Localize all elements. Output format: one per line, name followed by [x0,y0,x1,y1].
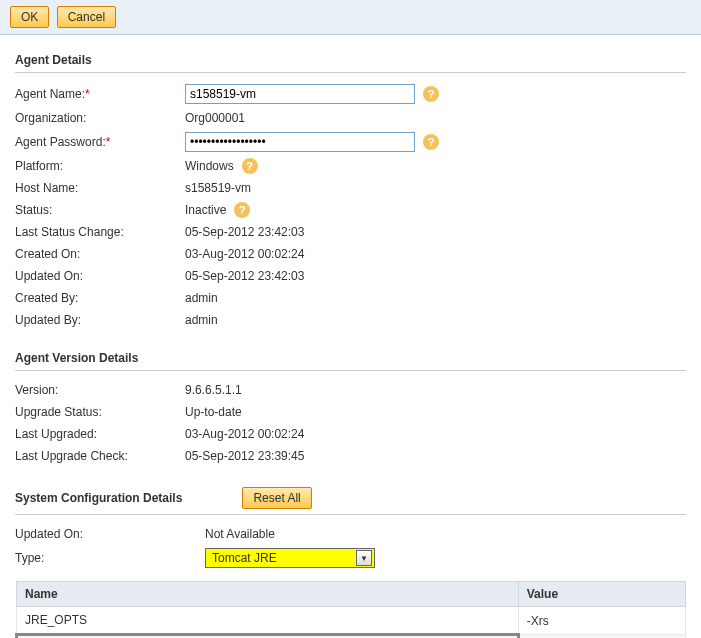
cancel-button[interactable]: Cancel [57,6,116,28]
value-updated-on: 05-Sep-2012 23:42:03 [185,269,304,283]
label-last-status-change: Last Status Change: [15,225,185,239]
label-status: Status: [15,203,185,217]
value-organization: Org000001 [185,111,245,125]
cell-name: INFA_MEMORY [17,635,519,639]
type-selected-value: Tomcat JRE [212,551,277,565]
label-last-upgrade-check: Last Upgrade Check: [15,449,185,463]
chevron-down-icon: ▼ [356,550,372,566]
help-icon[interactable]: ? [242,158,258,174]
value-platform: Windows [185,159,234,173]
label-upgrade-status: Upgrade Status: [15,405,185,419]
value-sys-updated-on: Not Available [205,527,275,541]
cell-name: JRE_OPTS [17,607,519,635]
label-updated-by: Updated By: [15,313,185,327]
value-last-status-change: 05-Sep-2012 23:42:03 [185,225,304,239]
value-last-upgrade-check: 05-Sep-2012 23:39:45 [185,449,304,463]
agent-password-input[interactable] [185,132,415,152]
value-created-on: 03-Aug-2012 00:02:24 [185,247,304,261]
value-created-by: admin [185,291,218,305]
help-icon[interactable]: ? [234,202,250,218]
table-row[interactable]: INFA_MEMORY -Xms32m -Xmx256m [17,635,686,639]
label-host-name: Host Name: [15,181,185,195]
ok-button[interactable]: OK [10,6,49,28]
label-sys-updated-on: Updated On: [15,527,205,541]
agent-name-input[interactable] [185,84,415,104]
cell-value: -Xms32m -Xmx256m [518,635,685,639]
label-version: Version: [15,383,185,397]
type-select[interactable]: Tomcat JRE ▼ [205,548,375,568]
content-area: Agent Details Agent Name:* ? Organizatio… [0,35,701,638]
help-icon[interactable]: ? [423,86,439,102]
label-last-upgraded: Last Upgraded: [15,427,185,441]
reset-all-button[interactable]: Reset All [242,487,311,509]
label-updated-on: Updated On: [15,269,185,283]
value-updated-by: admin [185,313,218,327]
label-sys-type: Type: [15,551,205,565]
cell-value: -Xrs [518,607,685,635]
label-created-on: Created On: [15,247,185,261]
label-agent-password: Agent Password:* [15,135,185,149]
label-platform: Platform: [15,159,185,173]
section-title-version-details: Agent Version Details [15,343,686,371]
section-title-sys-config: System Configuration Details [15,491,182,505]
value-last-upgraded: 03-Aug-2012 00:02:24 [185,427,304,441]
value-version: 9.6.6.5.1.1 [185,383,242,397]
help-icon[interactable]: ? [423,134,439,150]
label-agent-name: Agent Name:* [15,87,185,101]
top-toolbar: OK Cancel [0,0,701,35]
value-status: Inactive [185,203,226,217]
section-title-agent-details: Agent Details [15,45,686,73]
label-organization: Organization: [15,111,185,125]
col-header-value: Value [518,582,685,607]
table-row[interactable]: JRE_OPTS -Xrs [17,607,686,635]
label-created-by: Created By: [15,291,185,305]
value-upgrade-status: Up-to-date [185,405,242,419]
config-table: Name Value JRE_OPTS -Xrs INFA_MEMORY -Xm… [15,581,686,638]
col-header-name: Name [17,582,519,607]
value-host-name: s158519-vm [185,181,251,195]
